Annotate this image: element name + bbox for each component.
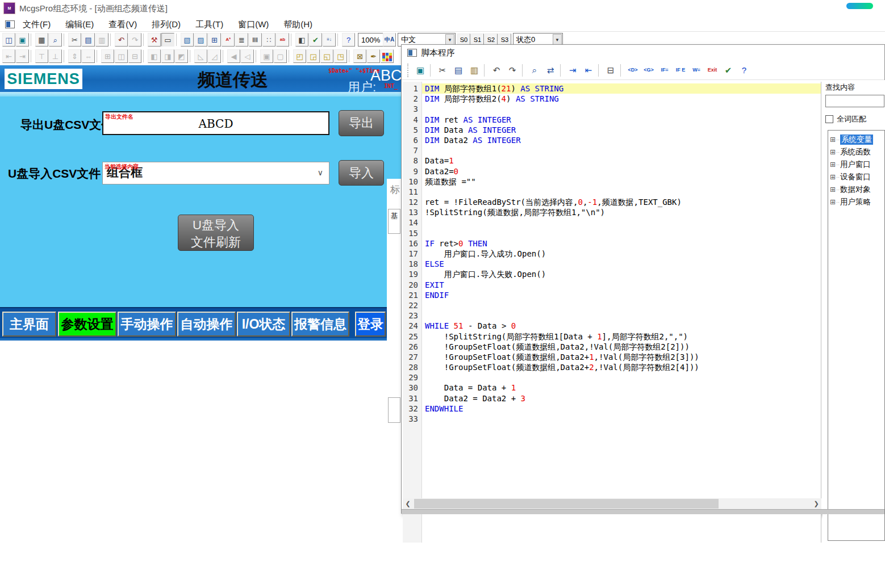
code-line-2[interactable]: 2DIM 局部字符数组2(4) AS STRING — [403, 94, 821, 104]
export-filename-field[interactable]: 导出文件名 ABCD — [102, 111, 329, 135]
code-line-21[interactable]: 21ENDIF — [403, 290, 821, 300]
code-line-24[interactable]: 24WHILE 51 - Data > 0 — [403, 321, 821, 331]
copy-icon[interactable]: ▤ — [82, 33, 95, 47]
nav-button-4[interactable]: 自动操作 — [177, 312, 236, 337]
drawing-tools-icon[interactable]: ▨ — [194, 33, 207, 47]
nav-button-3[interactable]: 手动操作 — [118, 312, 176, 337]
indent-right-icon[interactable]: ⇥ — [565, 63, 580, 78]
bring-to-front-icon[interactable]: ◰ — [293, 49, 306, 63]
code-line-8[interactable]: 8Data=1 — [403, 156, 821, 166]
nav-button-6[interactable]: 报警信息 — [291, 312, 349, 337]
print-icon[interactable]: ▦ — [35, 33, 48, 47]
script-window-titlebar[interactable]: 脚本程序 — [402, 45, 884, 61]
replace-icon[interactable]: ⇄ — [543, 63, 558, 78]
cut-icon[interactable]: ✂ — [435, 63, 450, 78]
code-editor[interactable]: 1DIM 局部字符数组1(21) AS STRING2DIM 局部字符数组2(4… — [403, 82, 821, 543]
code-line-25[interactable]: 25 !SplitString(局部字符数组1[Data + 1],局部字符数组… — [403, 331, 821, 342]
syntax-check-icon[interactable]: ✔ — [721, 63, 736, 78]
chevron-down-icon[interactable]: ▼ — [445, 34, 454, 45]
new-window-icon[interactable]: ◫ — [2, 33, 15, 47]
code-line-22[interactable]: 22 — [403, 300, 821, 310]
code-line-16[interactable]: 16IF ret>0 THEN — [403, 238, 821, 249]
undo-icon[interactable]: ↶ — [115, 33, 128, 47]
code-line-1[interactable]: 1DIM 局部字符数组1(21) AS STRING — [403, 83, 821, 94]
line-spacing-icon[interactable]: ≣ — [235, 33, 248, 47]
toolbox-tab-standard[interactable]: 标 — [390, 183, 400, 196]
sort-icon[interactable]: ≡↓ — [323, 33, 336, 47]
toolbox-tab-basic[interactable]: 基 — [388, 209, 400, 234]
code-line-17[interactable]: 17 用户窗口.导入成功.Open() — [403, 249, 821, 259]
while-icon[interactable]: W≡ — [689, 63, 704, 78]
insert-group-icon[interactable]: <G> — [641, 63, 656, 78]
code-line-9[interactable]: 9Data2=0 — [403, 166, 821, 177]
cn-font-icon[interactable]: 中A — [383, 33, 396, 47]
column-spacing-icon[interactable]: ≣ — [249, 33, 262, 47]
code-line-31[interactable]: 31 Data2 = Data2 + 3 — [403, 393, 821, 404]
code-line-13[interactable]: 13!SplitString(频道数据,局部字符数组1,"\n") — [403, 207, 821, 217]
expand-icon[interactable]: ⊞ — [830, 148, 836, 156]
help-icon[interactable]: ? — [342, 33, 355, 47]
send-to-back-icon[interactable]: ◲ — [307, 49, 320, 63]
fill-color-icon[interactable]: ✒ — [367, 49, 380, 63]
menu-工具[interactable]: 工具(T) — [195, 19, 223, 30]
scrollbar-thumb[interactable] — [414, 499, 719, 509]
nav-button-2[interactable]: 参数设置 — [58, 312, 116, 337]
code-line-18[interactable]: 18ELSE — [403, 259, 821, 269]
font-size-icon[interactable]: Aª — [222, 33, 235, 47]
undo-icon[interactable]: ↶ — [489, 63, 504, 78]
whole-word-checkbox[interactable] — [825, 115, 833, 123]
properties-icon[interactable]: ◧ — [295, 33, 308, 47]
exit-icon[interactable]: Exit — [705, 63, 720, 78]
code-line-4[interactable]: 4DIM ret AS INTEGER — [403, 115, 821, 125]
print-preview-icon[interactable]: ⌕ — [49, 33, 62, 47]
expand-icon[interactable]: ⊞ — [830, 186, 836, 194]
export-button[interactable]: 导出 — [339, 110, 384, 136]
menu-帮助[interactable]: 帮助(H) — [283, 19, 312, 30]
code-line-3[interactable]: 3 — [403, 104, 821, 114]
code-line-7[interactable]: 7 — [403, 145, 821, 156]
tree-item-设备窗口[interactable]: ⊞··设备窗口 — [828, 171, 884, 183]
menu-排列[interactable]: 排列(D) — [152, 19, 181, 30]
scroll-left-icon[interactable]: ❮ — [403, 498, 413, 509]
code-line-27[interactable]: 27 !GroupSetFloat(频道数据组,Data2+1,!Val(局部字… — [403, 352, 821, 362]
find-icon[interactable]: ⌕ — [527, 63, 542, 78]
refresh-button[interactable]: U盘导入 文件刷新 — [178, 215, 254, 251]
nav-button-5[interactable]: I/O状态 — [237, 312, 290, 337]
paste-icon[interactable]: ▥ — [467, 63, 482, 78]
code-line-29[interactable]: 29 — [403, 372, 821, 383]
code-line-6[interactable]: 6DIM Data2 AS INTEGER — [403, 135, 821, 145]
insert-data-icon[interactable]: <D> — [625, 63, 640, 78]
menu-文件[interactable]: 文件(F) — [23, 19, 51, 30]
help-icon[interactable]: ? — [737, 63, 752, 78]
menu-窗口[interactable]: 窗口(W) — [238, 19, 269, 30]
code-line-14[interactable]: 14 — [403, 217, 821, 228]
copy-icon[interactable]: ▤ — [451, 63, 466, 78]
chevron-down-icon[interactable]: ▼ — [553, 34, 562, 45]
comment-icon[interactable]: ⊟ — [603, 63, 618, 78]
code-line-23[interactable]: 23 — [403, 310, 821, 321]
code-line-11[interactable]: 11 — [403, 187, 821, 197]
if-then-icon[interactable]: IF≡ — [657, 63, 672, 78]
child-window-icon[interactable] — [5, 20, 15, 28]
expand-icon[interactable]: ⊞ — [830, 198, 836, 206]
nav-button-7[interactable]: 登录 — [355, 312, 386, 337]
tree-item-系统函数[interactable]: ⊞··系统函数 — [828, 146, 884, 158]
code-line-10[interactable]: 10频道数据 ="" — [403, 177, 821, 187]
code-line-19[interactable]: 19 用户窗口.导入失败.Open() — [403, 269, 821, 279]
menu-查看[interactable]: 查看(V) — [108, 19, 137, 30]
send-backward-icon[interactable]: ◳ — [334, 49, 347, 63]
cut-icon[interactable]: ✂ — [68, 33, 81, 47]
code-line-32[interactable]: 32ENDWHILE — [403, 404, 821, 414]
indent-left-icon[interactable]: ⇤ — [581, 63, 596, 78]
tree-item-用户策略[interactable]: ⊞··用户策略 — [828, 196, 884, 208]
code-line-30[interactable]: 30 Data = Data + 1 — [403, 383, 821, 393]
if-else-icon[interactable]: IF E — [673, 63, 688, 78]
code-line-20[interactable]: 20EXIT — [403, 280, 821, 290]
tree-item-系统变量[interactable]: ⊞··系统变量 — [828, 133, 884, 146]
color-palette-icon[interactable] — [381, 49, 394, 63]
bring-forward-icon[interactable]: ◱ — [320, 49, 333, 63]
code-line-15[interactable]: 15 — [403, 228, 821, 238]
code-line-12[interactable]: 12ret = !FileReadByStr(当前选择内容,0,-1,频道数据,… — [403, 197, 821, 207]
code-line-33[interactable]: 33 — [403, 414, 821, 424]
import-button[interactable]: 导入 — [339, 160, 384, 186]
